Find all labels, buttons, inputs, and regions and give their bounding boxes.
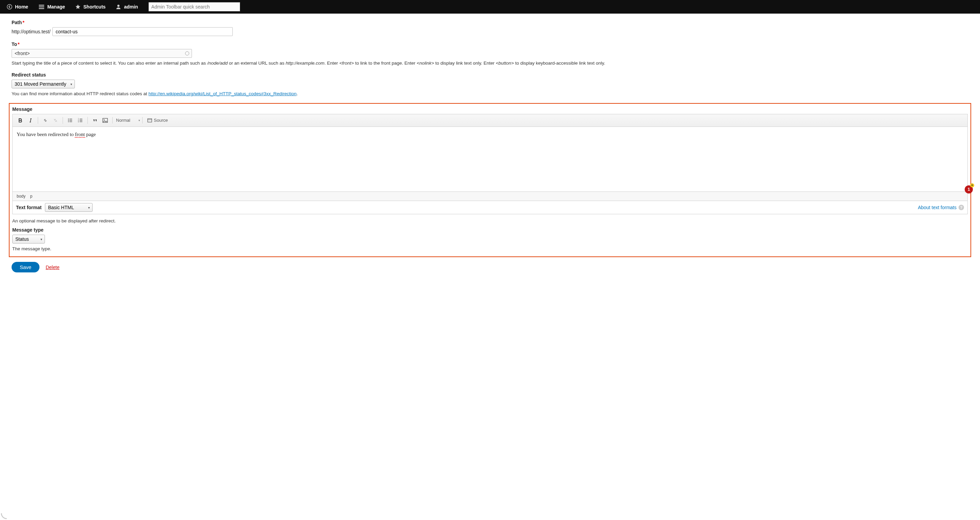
about-text-formats-link[interactable]: About text formats ? — [918, 205, 964, 210]
toolbar-shortcuts[interactable]: Shortcuts — [71, 0, 110, 14]
source-button[interactable]: Source — [145, 117, 170, 124]
redirect-status-select[interactable]: 301 Moved Permanently — [11, 79, 75, 89]
text-format-bar: Text format Basic HTML About text format… — [12, 201, 968, 214]
image-button[interactable] — [101, 116, 110, 124]
ckeditor-toolbar: 123 Normal ▾ Source — [13, 114, 967, 127]
redirect-status-label: Redirect status — [11, 72, 969, 78]
form-actions: Save Delete — [11, 262, 969, 273]
source-icon — [147, 118, 152, 123]
svg-point-4 — [118, 5, 119, 7]
path-label: Path* — [11, 20, 969, 25]
person-icon — [116, 4, 121, 10]
bulleted-list-button[interactable] — [66, 116, 75, 124]
form-item-redirect-status: Redirect status 301 Moved Permanently Yo… — [11, 72, 969, 97]
toolbar-manage[interactable]: Manage — [34, 0, 69, 14]
form-item-to: To* Start typing the title of a piece of… — [11, 41, 969, 67]
svg-text:3: 3 — [78, 121, 79, 123]
admin-toolbar: Home Manage Shortcuts admin — [0, 0, 980, 14]
toolbar-shortcuts-label: Shortcuts — [83, 4, 105, 10]
toolbar-home-label: Home — [15, 4, 28, 10]
path-prefix: http://optimus.test/ — [11, 29, 50, 34]
bold-button[interactable] — [16, 116, 25, 124]
ckeditor-body[interactable]: You have been redirected to front page — [13, 127, 967, 192]
form-item-message: Message 123 Normal ▾ — [12, 106, 968, 225]
blockquote-button[interactable] — [91, 116, 99, 124]
svg-point-5 — [68, 118, 69, 119]
text-format-select[interactable]: Basic HTML — [45, 203, 92, 212]
to-label: To* — [11, 41, 969, 47]
to-description: Start typing the title of a piece of con… — [11, 60, 969, 67]
required-mark: * — [22, 20, 24, 25]
path-p-tag[interactable]: p — [30, 194, 32, 199]
format-dropdown[interactable]: Normal ▾ — [112, 117, 143, 124]
svg-rect-3 — [39, 8, 44, 9]
chevron-left-circle-icon — [7, 4, 12, 10]
star-icon — [75, 4, 81, 10]
ckeditor-elements-path: body p — [13, 192, 967, 201]
toolbar-separator — [38, 117, 38, 124]
svg-point-12 — [104, 119, 105, 120]
ckeditor: 123 Normal ▾ Source You have been redire… — [12, 114, 968, 201]
chevron-down-icon: ▾ — [138, 119, 140, 122]
toolbar-user-label: admin — [124, 4, 138, 10]
text-format-label: Text format — [16, 205, 41, 210]
numbered-list-button[interactable]: 123 — [76, 116, 85, 124]
toolbar-back[interactable]: Home — [3, 0, 32, 14]
italic-button[interactable] — [26, 116, 35, 124]
toolbar-user[interactable]: admin — [111, 0, 142, 14]
path-body-tag[interactable]: body — [17, 194, 25, 199]
message-label: Message — [12, 106, 968, 112]
message-type-label: Message type — [12, 227, 968, 233]
admin-toolbar-search[interactable] — [148, 2, 240, 11]
redirect-status-description: You can find more information about HTTP… — [11, 90, 969, 97]
highlight-region: Message 123 Normal ▾ — [9, 103, 971, 257]
unlink-button[interactable] — [51, 116, 60, 124]
help-icon: ? — [959, 205, 964, 210]
svg-rect-1 — [39, 5, 44, 6]
delete-link[interactable]: Delete — [46, 265, 59, 270]
form-item-message-type: Message type Status The message type. — [12, 227, 968, 252]
message-type-description: The message type. — [12, 246, 968, 252]
message-type-select[interactable]: Status — [12, 235, 45, 244]
svg-rect-13 — [148, 119, 152, 122]
to-input[interactable] — [11, 49, 192, 58]
link-button[interactable] — [41, 116, 50, 124]
svg-rect-2 — [39, 6, 44, 8]
form-item-path: Path* http://optimus.test/ — [11, 20, 969, 36]
save-button[interactable]: Save — [11, 262, 40, 273]
svg-point-0 — [7, 5, 12, 9]
notification-badge[interactable]: 1 — [965, 185, 973, 193]
toolbar-separator — [88, 117, 88, 124]
svg-point-6 — [68, 120, 69, 120]
hamburger-icon — [38, 4, 45, 10]
path-input[interactable] — [52, 27, 233, 36]
redirect-status-link[interactable]: http://en.wikipedia.org/wiki/List_of_HTT… — [148, 91, 296, 96]
message-description: An optional message to be displayed afte… — [12, 218, 968, 225]
svg-point-7 — [68, 121, 69, 122]
toolbar-manage-label: Manage — [47, 4, 65, 10]
required-mark: * — [18, 41, 19, 47]
